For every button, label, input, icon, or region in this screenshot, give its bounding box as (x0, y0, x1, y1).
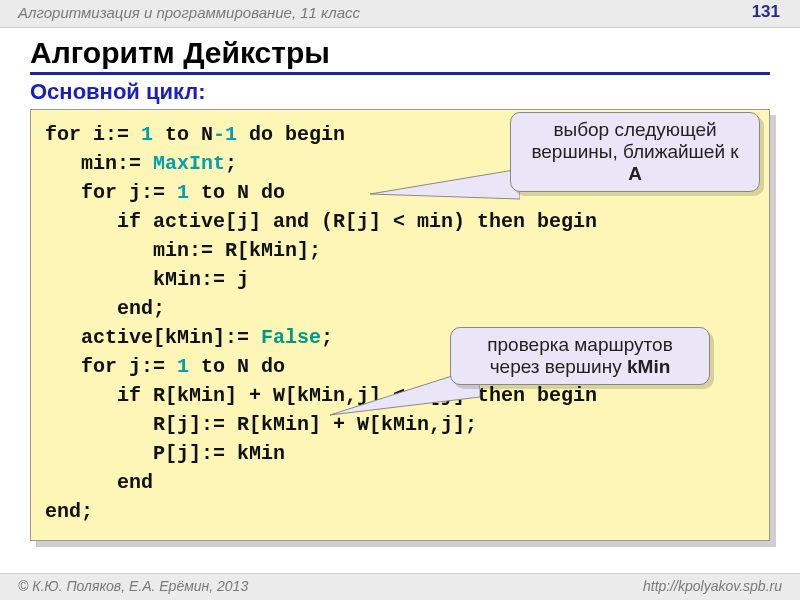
footer-url: http://kpolyakov.spb.ru (643, 578, 782, 594)
course-label: Алгоритмизация и программирование, 11 кл… (18, 4, 360, 21)
code-area: for i:= 1 to N-1 do begin min:= MaxInt; … (30, 109, 770, 541)
svg-marker-0 (370, 169, 520, 199)
slide-title: Алгоритм Дейкстры (30, 36, 770, 70)
slide-footer: © К.Ю. Поляков, Е.А. Ерёмин, 2013 http:/… (0, 573, 800, 600)
callout-select-vertex: выбор следующей вершины, ближайшей к A (510, 112, 760, 192)
title-rule (30, 72, 770, 75)
callout-tail-1 (370, 169, 520, 219)
copyright: © К.Ю. Поляков, Е.А. Ерёмин, 2013 (18, 578, 248, 594)
slide-header: Алгоритмизация и программирование, 11 кл… (0, 0, 800, 28)
page-number: 131 (752, 2, 780, 22)
callout-check-routes: проверка маршрутов через вершину kMin (450, 327, 710, 385)
section-subtitle: Основной цикл: (30, 79, 770, 105)
